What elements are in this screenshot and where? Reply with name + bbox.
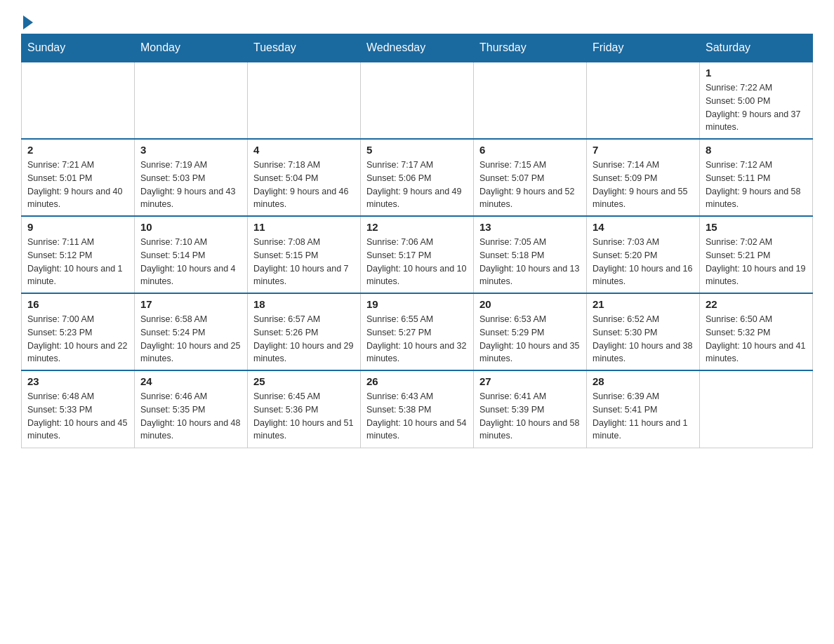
calendar-cell: 27Sunrise: 6:41 AM Sunset: 5:39 PM Dayli… xyxy=(474,370,587,448)
calendar-cell: 15Sunrise: 7:02 AM Sunset: 5:21 PM Dayli… xyxy=(700,216,813,293)
day-number: 24 xyxy=(140,375,241,387)
calendar-cell: 28Sunrise: 6:39 AM Sunset: 5:41 PM Dayli… xyxy=(587,370,700,448)
day-number: 18 xyxy=(253,298,355,310)
day-number: 9 xyxy=(27,221,128,233)
calendar-cell: 16Sunrise: 7:00 AM Sunset: 5:23 PM Dayli… xyxy=(22,293,135,370)
calendar-cell xyxy=(248,62,361,139)
day-number: 26 xyxy=(366,375,468,387)
weekday-header-wednesday: Wednesday xyxy=(361,34,474,62)
day-number: 13 xyxy=(479,221,581,233)
day-number: 4 xyxy=(253,144,355,156)
day-info: Sunrise: 7:11 AM Sunset: 5:12 PM Dayligh… xyxy=(27,236,128,288)
calendar-cell: 13Sunrise: 7:05 AM Sunset: 5:18 PM Dayli… xyxy=(474,216,587,293)
day-info: Sunrise: 6:58 AM Sunset: 5:24 PM Dayligh… xyxy=(140,313,241,365)
calendar-cell: 14Sunrise: 7:03 AM Sunset: 5:20 PM Dayli… xyxy=(587,216,700,293)
day-info: Sunrise: 7:10 AM Sunset: 5:14 PM Dayligh… xyxy=(140,236,241,288)
day-info: Sunrise: 6:41 AM Sunset: 5:39 PM Dayligh… xyxy=(479,390,581,443)
weekday-header-monday: Monday xyxy=(135,34,248,62)
calendar-week-row: 2Sunrise: 7:21 AM Sunset: 5:01 PM Daylig… xyxy=(22,139,813,216)
calendar-cell: 20Sunrise: 6:53 AM Sunset: 5:29 PM Dayli… xyxy=(474,293,587,370)
day-info: Sunrise: 7:22 AM Sunset: 5:00 PM Dayligh… xyxy=(706,81,807,134)
calendar-cell: 21Sunrise: 6:52 AM Sunset: 5:30 PM Dayli… xyxy=(587,293,700,370)
day-number: 2 xyxy=(27,144,128,156)
day-info: Sunrise: 7:18 AM Sunset: 5:04 PM Dayligh… xyxy=(253,159,355,211)
day-info: Sunrise: 7:17 AM Sunset: 5:06 PM Dayligh… xyxy=(366,159,468,211)
day-info: Sunrise: 6:43 AM Sunset: 5:38 PM Dayligh… xyxy=(366,390,468,443)
calendar-cell: 22Sunrise: 6:50 AM Sunset: 5:32 PM Dayli… xyxy=(700,293,813,370)
day-info: Sunrise: 6:52 AM Sunset: 5:30 PM Dayligh… xyxy=(593,313,694,365)
day-number: 3 xyxy=(140,144,241,156)
weekday-header-tuesday: Tuesday xyxy=(248,34,361,62)
day-info: Sunrise: 6:39 AM Sunset: 5:41 PM Dayligh… xyxy=(593,390,694,443)
day-info: Sunrise: 7:05 AM Sunset: 5:18 PM Dayligh… xyxy=(479,236,581,288)
day-number: 27 xyxy=(479,375,581,387)
day-number: 5 xyxy=(366,144,468,156)
logo xyxy=(21,14,33,27)
logo-triangle-icon xyxy=(23,15,33,29)
day-number: 22 xyxy=(706,298,807,310)
day-number: 11 xyxy=(253,221,355,233)
calendar-cell: 9Sunrise: 7:11 AM Sunset: 5:12 PM Daylig… xyxy=(22,216,135,293)
day-number: 23 xyxy=(27,375,128,387)
calendar-cell xyxy=(361,62,474,139)
day-number: 28 xyxy=(593,375,694,387)
calendar-cell: 8Sunrise: 7:12 AM Sunset: 5:11 PM Daylig… xyxy=(700,139,813,216)
day-number: 14 xyxy=(593,221,694,233)
calendar-week-row: 9Sunrise: 7:11 AM Sunset: 5:12 PM Daylig… xyxy=(22,216,813,293)
day-info: Sunrise: 6:55 AM Sunset: 5:27 PM Dayligh… xyxy=(366,313,468,365)
day-number: 20 xyxy=(479,298,581,310)
calendar-cell: 26Sunrise: 6:43 AM Sunset: 5:38 PM Dayli… xyxy=(361,370,474,448)
calendar-cell: 3Sunrise: 7:19 AM Sunset: 5:03 PM Daylig… xyxy=(135,139,248,216)
weekday-header-saturday: Saturday xyxy=(700,34,813,62)
calendar-cell: 18Sunrise: 6:57 AM Sunset: 5:26 PM Dayli… xyxy=(248,293,361,370)
day-number: 16 xyxy=(27,298,128,310)
day-info: Sunrise: 7:21 AM Sunset: 5:01 PM Dayligh… xyxy=(27,159,128,211)
calendar-week-row: 23Sunrise: 6:48 AM Sunset: 5:33 PM Dayli… xyxy=(22,370,813,448)
day-info: Sunrise: 7:19 AM Sunset: 5:03 PM Dayligh… xyxy=(140,159,241,211)
weekday-header-friday: Friday xyxy=(587,34,700,62)
day-number: 7 xyxy=(593,144,694,156)
calendar-cell: 4Sunrise: 7:18 AM Sunset: 5:04 PM Daylig… xyxy=(248,139,361,216)
calendar-cell: 25Sunrise: 6:45 AM Sunset: 5:36 PM Dayli… xyxy=(248,370,361,448)
calendar-cell: 23Sunrise: 6:48 AM Sunset: 5:33 PM Dayli… xyxy=(22,370,135,448)
calendar-cell xyxy=(135,62,248,139)
calendar-cell: 2Sunrise: 7:21 AM Sunset: 5:01 PM Daylig… xyxy=(22,139,135,216)
weekday-header-sunday: Sunday xyxy=(22,34,135,62)
day-info: Sunrise: 7:12 AM Sunset: 5:11 PM Dayligh… xyxy=(706,159,807,211)
day-info: Sunrise: 7:00 AM Sunset: 5:23 PM Dayligh… xyxy=(27,313,128,365)
day-info: Sunrise: 6:57 AM Sunset: 5:26 PM Dayligh… xyxy=(253,313,355,365)
day-number: 19 xyxy=(366,298,468,310)
calendar-cell xyxy=(587,62,700,139)
day-number: 1 xyxy=(706,67,807,79)
weekday-header-thursday: Thursday xyxy=(474,34,587,62)
calendar-week-row: 16Sunrise: 7:00 AM Sunset: 5:23 PM Dayli… xyxy=(22,293,813,370)
day-info: Sunrise: 6:46 AM Sunset: 5:35 PM Dayligh… xyxy=(140,390,241,443)
calendar-cell: 5Sunrise: 7:17 AM Sunset: 5:06 PM Daylig… xyxy=(361,139,474,216)
calendar-cell: 12Sunrise: 7:06 AM Sunset: 5:17 PM Dayli… xyxy=(361,216,474,293)
day-info: Sunrise: 7:08 AM Sunset: 5:15 PM Dayligh… xyxy=(253,236,355,288)
calendar-week-row: 1Sunrise: 7:22 AM Sunset: 5:00 PM Daylig… xyxy=(22,62,813,139)
day-info: Sunrise: 7:06 AM Sunset: 5:17 PM Dayligh… xyxy=(366,236,468,288)
day-info: Sunrise: 7:03 AM Sunset: 5:20 PM Dayligh… xyxy=(593,236,694,288)
calendar-cell: 11Sunrise: 7:08 AM Sunset: 5:15 PM Dayli… xyxy=(248,216,361,293)
day-info: Sunrise: 7:14 AM Sunset: 5:09 PM Dayligh… xyxy=(593,159,694,211)
calendar-cell: 6Sunrise: 7:15 AM Sunset: 5:07 PM Daylig… xyxy=(474,139,587,216)
day-number: 21 xyxy=(593,298,694,310)
calendar-cell: 24Sunrise: 6:46 AM Sunset: 5:35 PM Dayli… xyxy=(135,370,248,448)
calendar-cell: 1Sunrise: 7:22 AM Sunset: 5:00 PM Daylig… xyxy=(700,62,813,139)
calendar-cell: 17Sunrise: 6:58 AM Sunset: 5:24 PM Dayli… xyxy=(135,293,248,370)
day-number: 15 xyxy=(706,221,807,233)
day-number: 8 xyxy=(706,144,807,156)
calendar-cell xyxy=(22,62,135,139)
page-header xyxy=(21,14,813,27)
day-info: Sunrise: 6:50 AM Sunset: 5:32 PM Dayligh… xyxy=(706,313,807,365)
day-number: 25 xyxy=(253,375,355,387)
weekday-header-row: SundayMondayTuesdayWednesdayThursdayFrid… xyxy=(22,34,813,62)
day-number: 12 xyxy=(366,221,468,233)
day-number: 10 xyxy=(140,221,241,233)
day-number: 6 xyxy=(479,144,581,156)
day-info: Sunrise: 6:53 AM Sunset: 5:29 PM Dayligh… xyxy=(479,313,581,365)
day-info: Sunrise: 7:15 AM Sunset: 5:07 PM Dayligh… xyxy=(479,159,581,211)
calendar-cell: 10Sunrise: 7:10 AM Sunset: 5:14 PM Dayli… xyxy=(135,216,248,293)
day-number: 17 xyxy=(140,298,241,310)
